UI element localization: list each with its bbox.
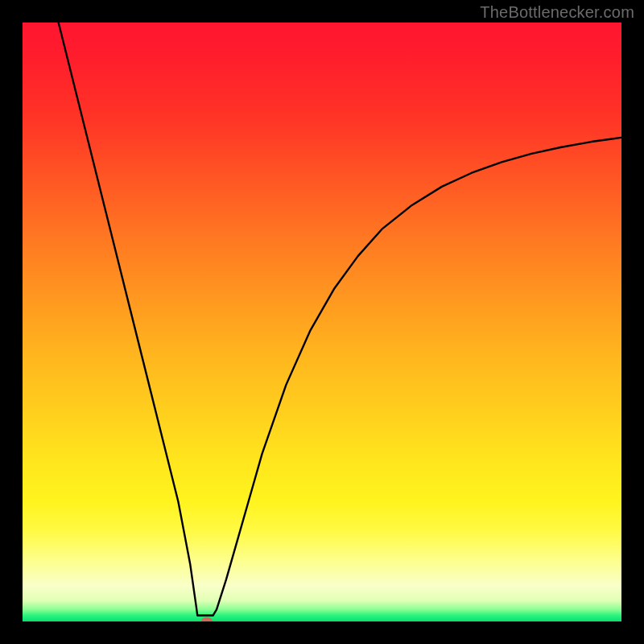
plot-area [23, 23, 621, 621]
bottleneck-curve [23, 23, 621, 621]
chart-frame: TheBottlenecker.com [0, 0, 644, 644]
minimum-marker [201, 617, 213, 622]
watermark-text: TheBottlenecker.com [480, 3, 634, 22]
